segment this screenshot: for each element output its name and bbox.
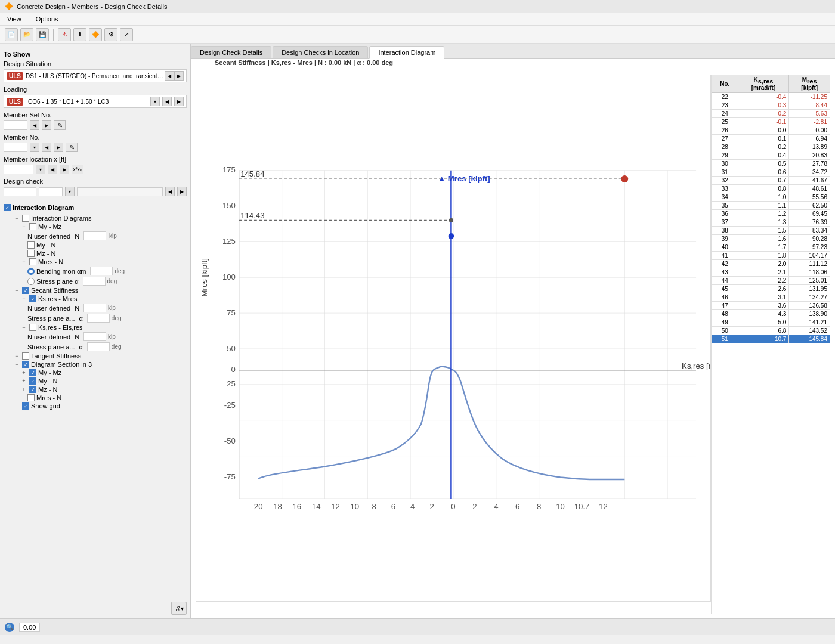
my-mz-cb[interactable]	[29, 223, 36, 230]
table-row[interactable]: 330.848.61	[712, 185, 830, 193]
ks-els-cb[interactable]	[29, 324, 36, 331]
ds-next-btn[interactable]: ▶	[174, 71, 184, 80]
stress3-input[interactable]: 0.00	[87, 342, 110, 351]
table-row[interactable]: 320.741.67	[712, 177, 830, 185]
table-row[interactable]: 401.797.23	[712, 243, 830, 252]
table-row[interactable]: 411.8104.17	[712, 252, 830, 260]
menu-options[interactable]: Options	[33, 14, 61, 24]
toolbar-warning-btn[interactable]: ⚠	[58, 28, 71, 41]
ks-mres-expand[interactable]: −	[20, 295, 27, 302]
table-row[interactable]: 23-0.3-8.44	[712, 101, 830, 110]
member-highlight-btn[interactable]: ✎	[66, 143, 78, 152]
bending-input[interactable]: 0.00	[90, 267, 113, 275]
interaction-diagrams-cb[interactable]	[22, 215, 29, 222]
my-n-cb[interactable]	[27, 242, 35, 249]
loc-dropdown-btn[interactable]: ▾	[36, 165, 45, 174]
menu-view[interactable]: View	[5, 14, 24, 24]
toolbar-export-btn[interactable]: ↗	[120, 28, 133, 41]
my-mz2-cb[interactable]	[29, 369, 36, 376]
tangent-cb[interactable]	[22, 352, 29, 360]
table-row[interactable]: 463.1134.27	[712, 293, 830, 302]
table-row[interactable]: 381.583.34	[712, 227, 830, 235]
status-search-icon[interactable]: 🔍	[5, 623, 14, 632]
member-set-prev-btn[interactable]: ◀	[30, 120, 39, 130]
table-row[interactable]: 371.376.39	[712, 218, 830, 227]
dc-dropdown-btn[interactable]: ▾	[65, 187, 75, 196]
my-n2-expand[interactable]: +	[20, 377, 27, 385]
mz-n2-expand[interactable]: +	[20, 386, 27, 393]
tangent-expand[interactable]: −	[13, 352, 20, 360]
toolbar-settings-btn[interactable]: ⚙	[104, 28, 117, 41]
table-row[interactable]: 341.055.56	[712, 193, 830, 202]
table-row[interactable]: 361.269.45	[712, 210, 830, 218]
toolbar-open-btn[interactable]: 📂	[20, 28, 33, 41]
bending-rb[interactable]	[27, 268, 35, 275]
dc-next-btn[interactable]: ▶	[177, 187, 187, 196]
diagram-section-expand[interactable]: −	[13, 361, 20, 368]
mres-n-cb[interactable]	[29, 258, 36, 265]
member-prev-btn[interactable]: ▾	[30, 143, 39, 152]
n-user3-input[interactable]: 0.000	[84, 332, 106, 341]
table-row[interactable]: 24-0.2-5.63	[712, 110, 830, 118]
member-prev2-btn[interactable]: ◀	[42, 143, 51, 152]
mres-n2-cb[interactable]	[27, 394, 35, 401]
interaction-diagram-cb[interactable]	[4, 204, 11, 211]
table-row[interactable]: 495.0141.21	[712, 318, 830, 327]
member-set-no-input[interactable]: 1	[4, 120, 27, 130]
ks-els-expand[interactable]: −	[20, 324, 27, 331]
tab-design-check-details[interactable]: Design Check Details	[191, 46, 271, 58]
table-row[interactable]: 260.00.00	[712, 126, 830, 135]
member-location-input[interactable]: 13.12	[4, 165, 33, 174]
toolbar-info-btn[interactable]: ℹ	[73, 28, 86, 41]
loading-prev-btn[interactable]: ◀	[162, 97, 172, 106]
loc-prev-btn[interactable]: ◀	[48, 165, 57, 174]
table-row[interactable]: 22-0.4-11.25	[712, 93, 830, 101]
mz-n-cb[interactable]	[27, 250, 35, 257]
mz-n2-cb[interactable]	[29, 386, 36, 393]
diagram-section-cb[interactable]	[22, 361, 29, 368]
ks-mres-cb[interactable]	[29, 295, 36, 302]
tab-interaction-diagram[interactable]: Interaction Diagram	[369, 46, 444, 59]
loading-dropdown-btn[interactable]: ▾	[150, 97, 160, 106]
toolbar-new-btn[interactable]: 📄	[5, 28, 18, 41]
toolbar-save-btn[interactable]: 💾	[36, 28, 49, 41]
member-no-input[interactable]: 2	[4, 143, 27, 152]
table-row[interactable]: 473.6136.58	[712, 302, 830, 310]
loc-next-btn[interactable]: ▶	[60, 165, 69, 174]
n-user-input[interactable]: 0.000	[84, 231, 106, 240]
table-row[interactable]: 391.690.28	[712, 235, 830, 243]
table-row[interactable]: 290.420.83	[712, 151, 830, 160]
table-row[interactable]: 25-0.1-2.81	[712, 118, 830, 126]
my-n2-cb[interactable]	[29, 377, 36, 385]
tab-design-checks-location[interactable]: Design Checks in Location	[273, 46, 368, 58]
table-row[interactable]: 270.16.94	[712, 135, 830, 143]
table-row[interactable]: 422.0111.12	[712, 260, 830, 268]
table-row[interactable]: 484.3138.90	[712, 310, 830, 318]
show-grid-cb[interactable]	[22, 402, 29, 410]
member-set-highlight-btn[interactable]: ✎	[54, 120, 66, 130]
dc-num-input[interactable]: 0.000	[39, 187, 63, 196]
table-row[interactable]: 351.162.50	[712, 202, 830, 210]
secant-expand[interactable]: −	[13, 287, 20, 294]
stress1-input[interactable]: 0.00	[83, 277, 106, 286]
loading-next-btn[interactable]: ▶	[174, 97, 184, 106]
member-set-next-btn[interactable]: ▶	[42, 120, 51, 130]
table-row[interactable]: 452.6131.95	[712, 285, 830, 293]
secant-cb[interactable]	[22, 287, 29, 294]
table-row[interactable]: 280.213.89	[712, 143, 830, 151]
stress1-rb[interactable]	[27, 278, 35, 285]
dc-prev-btn[interactable]: ◀	[165, 187, 175, 196]
mres-n-expand[interactable]: −	[20, 258, 27, 265]
my-mz2-expand[interactable]: +	[20, 369, 27, 376]
table-row[interactable]: 5110.7145.84	[712, 335, 830, 343]
table-row[interactable]: 442.2125.01	[712, 277, 830, 285]
stress2-input[interactable]: 0.00	[87, 314, 110, 323]
loc-relative-btn[interactable]: x/x₀	[72, 165, 84, 174]
dc-code-input[interactable]: UL0103.01	[4, 187, 36, 196]
table-row[interactable]: 432.1118.06	[712, 268, 830, 277]
n-user2-input[interactable]: 0.000	[84, 304, 106, 312]
interaction-diagrams-expand[interactable]: −	[13, 215, 20, 222]
table-row[interactable]: 300.527.78	[712, 160, 830, 168]
table-row[interactable]: 310.634.72	[712, 168, 830, 177]
toolbar-color-btn[interactable]: 🔶	[89, 28, 102, 41]
